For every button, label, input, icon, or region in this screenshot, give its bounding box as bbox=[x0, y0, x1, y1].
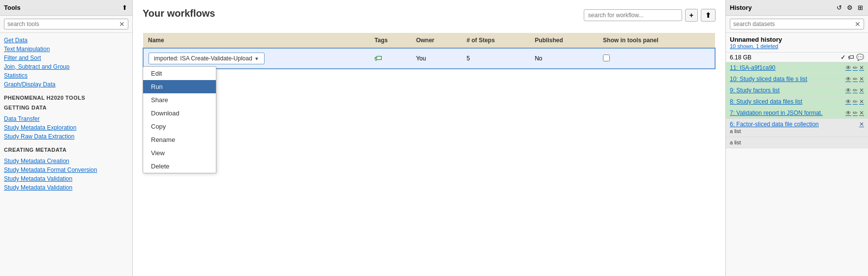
history-item-actions: 👁 ✏ ✕ bbox=[835, 87, 864, 94]
table-row: imported: ISA Create-Validate-Upload ▼ 🏷… bbox=[143, 48, 715, 69]
history-header-icons: ↺ ⚙ ⊞ bbox=[836, 3, 864, 12]
history-item-title: 7: Validation report in JSON format. 👁 ✏… bbox=[730, 110, 864, 116]
history-panel: History ↺ ⚙ ⊞ ✕ Unnamed history 10 shown… bbox=[725, 0, 868, 276]
history-title: History bbox=[730, 4, 752, 11]
history-item-link[interactable]: 11: ISA-a9f1ca90 bbox=[730, 64, 776, 71]
workflow-published-cell: No bbox=[530, 48, 598, 69]
workflow-name-dropdown-btn[interactable]: imported: ISA Create-Validate-Upload ▼ bbox=[149, 53, 265, 64]
history-check-icon[interactable]: ✓ bbox=[840, 54, 846, 61]
history-item-actions: 👁 ✏ ✕ bbox=[835, 98, 864, 105]
workflows-title: Your workflows bbox=[143, 8, 215, 19]
getting-data-nav: Data Transfer Study Metadata Exploration… bbox=[0, 111, 132, 144]
nav-filter-sort[interactable]: Filter and Sort bbox=[4, 54, 128, 62]
history-item-link[interactable]: 10: Study sliced data file s list bbox=[730, 76, 807, 83]
pencil-icon[interactable]: ✏ bbox=[853, 87, 858, 94]
history-item-actions: 👁 ✏ ✕ bbox=[835, 64, 864, 71]
eye-icon[interactable]: 👁 bbox=[845, 64, 851, 71]
history-item-link[interactable]: 6: Factor-sliced data file collection bbox=[730, 121, 819, 128]
workflow-upload-button[interactable]: ⬆ bbox=[701, 9, 716, 22]
history-columns-icon[interactable]: ⊞ bbox=[857, 3, 864, 12]
workflow-steps-cell: 5 bbox=[462, 48, 530, 69]
chevron-down-icon: ▼ bbox=[254, 56, 259, 61]
list-item: 10: Study sliced data file s list 👁 ✏ ✕ bbox=[726, 74, 868, 85]
creating-metadata-nav: Study Metadata Creation Study Metadata F… bbox=[0, 154, 132, 195]
nav-join-subtract[interactable]: Join, Subtract and Group bbox=[4, 62, 128, 71]
list-item: 7: Validation report in JSON format. 👁 ✏… bbox=[726, 108, 868, 119]
nav-graph-display[interactable]: Graph/Display Data bbox=[4, 80, 128, 89]
nav-study-metadata-validation-1[interactable]: Study Metadata Validation bbox=[4, 174, 128, 183]
col-published: Published bbox=[530, 33, 598, 48]
menu-item-rename[interactable]: Rename bbox=[143, 133, 216, 146]
eye-icon[interactable]: 👁 bbox=[845, 76, 851, 83]
workflow-tags-cell: 🏷 bbox=[369, 48, 411, 69]
tools-panel: Tools ⬆ ✕ Get Data Text Manipulation Fil… bbox=[0, 0, 133, 276]
history-refresh-icon[interactable]: ↺ bbox=[836, 3, 843, 12]
nav-text-manipulation[interactable]: Text Manipulation bbox=[4, 45, 128, 54]
tools-nav: Get Data Text Manipulation Filter and So… bbox=[0, 33, 132, 92]
workflow-owner-cell: You bbox=[411, 48, 462, 69]
workflow-name-label: imported: ISA Create-Validate-Upload bbox=[154, 55, 252, 62]
section-phenomenal: PHENOMENAL H2020 TOOLS bbox=[0, 92, 132, 102]
nav-study-raw-data[interactable]: Study Raw Data Extraction bbox=[4, 132, 128, 141]
history-meta[interactable]: 10 shown, 1 deleted bbox=[730, 43, 864, 49]
pencil-icon[interactable]: ✏ bbox=[853, 76, 858, 83]
menu-item-delete[interactable]: Delete bbox=[143, 160, 216, 173]
menu-item-run[interactable]: Run bbox=[143, 80, 216, 93]
tools-search-clear-icon[interactable]: ✕ bbox=[119, 20, 125, 28]
eye-icon[interactable]: 👁 bbox=[845, 110, 851, 116]
history-item-title: 11: ISA-a9f1ca90 👁 ✏ ✕ bbox=[730, 64, 864, 71]
workflow-search-input[interactable] bbox=[584, 9, 682, 21]
menu-item-view[interactable]: View bbox=[143, 146, 216, 160]
list-item: a list bbox=[726, 137, 868, 148]
nav-data-transfer[interactable]: Data Transfer bbox=[4, 114, 128, 123]
nav-study-metadata-validation-2[interactable]: Study Metadata Validation bbox=[4, 183, 128, 192]
close-icon[interactable]: ✕ bbox=[859, 64, 864, 71]
tag-icon: 🏷 bbox=[374, 54, 382, 62]
tools-search-box: ✕ bbox=[4, 19, 128, 29]
close-icon[interactable]: ✕ bbox=[859, 121, 864, 128]
section-getting: GETTING DATA bbox=[0, 102, 132, 111]
pencil-icon[interactable]: ✏ bbox=[853, 110, 858, 116]
tools-header: Tools ⬆ bbox=[0, 0, 132, 16]
eye-icon[interactable]: 👁 bbox=[845, 87, 851, 94]
section-creating: CREATING METADATA bbox=[0, 144, 132, 154]
nav-study-metadata-creation[interactable]: Study Metadata Creation bbox=[4, 157, 128, 166]
close-icon[interactable]: ✕ bbox=[859, 110, 864, 116]
history-search-box: ✕ bbox=[730, 19, 864, 29]
history-comment-icon[interactable]: 💬 bbox=[856, 54, 864, 61]
workflow-add-button[interactable]: + bbox=[685, 9, 698, 22]
history-tag-icon[interactable]: 🏷 bbox=[848, 54, 854, 61]
history-search-input[interactable] bbox=[733, 21, 855, 28]
nav-study-metadata-format[interactable]: Study Metadata Format Conversion bbox=[4, 166, 128, 174]
history-item-title: 6: Factor-sliced data file collection ✕ bbox=[730, 121, 864, 128]
workflow-name-cell: imported: ISA Create-Validate-Upload ▼ bbox=[143, 48, 369, 69]
pencil-icon[interactable]: ✏ bbox=[853, 98, 858, 105]
menu-item-download[interactable]: Download bbox=[143, 107, 216, 120]
history-gear-icon[interactable]: ⚙ bbox=[846, 3, 854, 12]
list-item: 8: Study sliced data files list 👁 ✏ ✕ bbox=[726, 96, 868, 108]
menu-item-share[interactable]: Share bbox=[143, 93, 216, 107]
history-header: History ↺ ⚙ ⊞ bbox=[726, 0, 868, 16]
tools-upload-btn[interactable]: ⬆ bbox=[121, 3, 128, 12]
menu-item-edit[interactable]: Edit bbox=[143, 67, 216, 80]
menu-item-copy[interactable]: Copy bbox=[143, 120, 216, 133]
history-item-link[interactable]: 8: Study sliced data files list bbox=[730, 98, 802, 105]
close-icon[interactable]: ✕ bbox=[859, 98, 864, 105]
pencil-icon[interactable]: ✏ bbox=[853, 64, 858, 71]
tools-search-container: ✕ bbox=[0, 16, 132, 33]
nav-get-data[interactable]: Get Data bbox=[4, 36, 128, 45]
workflows-container: Your workflows + ⬆ Name Tags Owner # of … bbox=[133, 0, 725, 276]
history-item-link[interactable]: 9: Study factors list bbox=[730, 87, 779, 94]
history-item-link[interactable]: 7: Validation report in JSON format. bbox=[730, 110, 823, 116]
history-item-actions: 👁 ✏ ✕ bbox=[835, 110, 864, 116]
show-in-tools-checkbox[interactable] bbox=[603, 55, 610, 61]
history-search-container: ✕ bbox=[726, 16, 868, 33]
nav-study-metadata-exploration[interactable]: Study Metadata Exploration bbox=[4, 123, 128, 132]
history-info: Unnamed history 10 shown, 1 deleted bbox=[726, 33, 868, 53]
tools-search-input[interactable] bbox=[7, 21, 119, 28]
nav-statistics[interactable]: Statistics bbox=[4, 71, 128, 80]
history-search-clear-icon[interactable]: ✕ bbox=[855, 20, 861, 28]
close-icon[interactable]: ✕ bbox=[859, 76, 864, 83]
close-icon[interactable]: ✕ bbox=[859, 87, 864, 94]
eye-icon[interactable]: 👁 bbox=[845, 98, 851, 105]
